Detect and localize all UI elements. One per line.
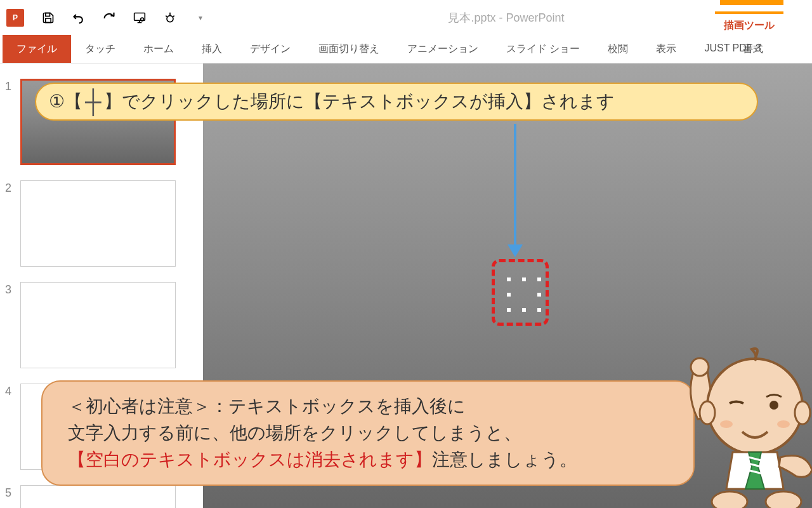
tab-design[interactable]: デザイン [236, 35, 304, 63]
callout-prefix: ①【 [49, 90, 82, 114]
tab-file[interactable]: ファイル [3, 35, 71, 63]
resize-handle[interactable] [507, 293, 511, 297]
callout2-line2: 文字入力する前に、他の場所をクリックしてしまうと、 [68, 420, 668, 446]
touch-mode-icon[interactable] [164, 11, 176, 24]
drawing-tools-tab-label[interactable]: 描画ツール [715, 11, 783, 35]
callout2-rest: 注意しましょう。 [432, 450, 577, 469]
svg-point-7 [691, 358, 709, 376]
tab-review[interactable]: 校閲 [594, 35, 642, 63]
resize-handle[interactable] [507, 277, 511, 281]
resize-handle[interactable] [522, 277, 526, 281]
arrow-line [514, 124, 516, 248]
tab-insert[interactable]: 挿入 [188, 35, 236, 63]
tab-view[interactable]: 表示 [642, 35, 690, 63]
svg-point-14 [712, 491, 747, 508]
callout2-red-text: 【空白のテキストボックスは消去されます】 [68, 450, 432, 469]
thumbnail-number: 3 [5, 282, 20, 368]
svg-point-13 [777, 420, 790, 428]
slideshow-icon[interactable] [133, 11, 146, 24]
resize-handle[interactable] [537, 277, 541, 281]
quick-access-toolbar: P ▾ [6, 9, 207, 27]
mascot-character [672, 343, 812, 508]
tab-transitions[interactable]: 画面切り替え [304, 35, 393, 63]
svg-point-10 [795, 401, 810, 424]
callout2-line3: 【空白のテキストボックスは消去されます】注意しましょう。 [68, 446, 668, 473]
svg-point-11 [769, 401, 778, 410]
tutorial-callout-1: ①【 ┼ 】でクリックした場所に【テキストボックスが挿入】されます [35, 83, 758, 121]
selection-handles [504, 275, 544, 314]
redo-icon[interactable] [103, 11, 115, 24]
tab-animations[interactable]: アニメーション [393, 35, 492, 63]
svg-point-8 [707, 359, 802, 454]
callout-text: 】でクリックした場所に【テキストボックスが挿入】されます [104, 90, 615, 114]
context-tab-wrap: 描画ツール [715, 0, 783, 35]
qat-customize-icon[interactable]: ▾ [194, 11, 207, 24]
arrow-head-icon [508, 244, 523, 257]
resize-handle[interactable] [537, 308, 541, 312]
resize-handle[interactable] [507, 308, 511, 312]
thumbnail-row[interactable]: 3 [0, 279, 203, 381]
thumbnail-row[interactable]: 2 [0, 178, 203, 279]
thumbnail-number: 4 [5, 384, 20, 470]
thumbnail-number: 2 [5, 180, 20, 267]
tab-slideshow[interactable]: スライド ショー [492, 35, 594, 63]
tab-format[interactable]: 書式 [729, 35, 777, 64]
svg-rect-1 [46, 18, 51, 22]
svg-rect-0 [46, 13, 50, 16]
titlebar: P ▾ 見本.pptx - PowerPoint [0, 0, 812, 35]
callout2-line1: ＜初心者は注意＞：テキストボックスを挿入後に [68, 393, 668, 420]
slide-thumbnail-3[interactable] [20, 282, 176, 368]
tab-touch[interactable]: タッチ [71, 35, 129, 63]
svg-point-5 [141, 18, 144, 21]
svg-point-15 [766, 491, 801, 508]
svg-point-12 [720, 420, 733, 428]
slide-thumbnail-5[interactable] [20, 485, 176, 508]
resize-handle[interactable] [522, 308, 526, 312]
svg-point-9 [700, 401, 715, 424]
slide-thumbnail-2[interactable] [20, 180, 176, 267]
save-icon[interactable] [42, 11, 55, 24]
thumbnail-number: 5 [5, 485, 20, 508]
resize-handle[interactable] [537, 293, 541, 297]
thumbnail-row[interactable]: 5 [0, 483, 203, 508]
thumbnail-number: 1 [5, 79, 20, 165]
tab-home[interactable]: ホーム [129, 35, 188, 63]
plus-cursor-icon: ┼ [85, 88, 102, 115]
svg-point-6 [167, 15, 173, 22]
undo-icon[interactable] [72, 11, 85, 24]
ribbon-tabs: ファイル タッチ ホーム 挿入 デザイン 画面切り替え アニメーション スライド… [0, 35, 812, 64]
powerpoint-app-icon[interactable]: P [6, 9, 24, 27]
tutorial-callout-2: ＜初心者は注意＞：テキストボックスを挿入後に 文字入力する前に、他の場所をクリッ… [41, 380, 695, 486]
